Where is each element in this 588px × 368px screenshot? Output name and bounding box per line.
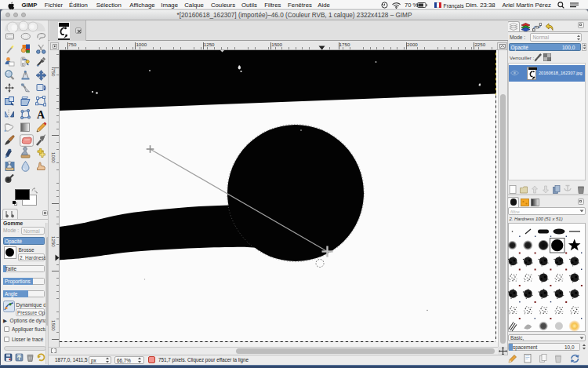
- svg-text:A: A: [37, 109, 45, 121]
